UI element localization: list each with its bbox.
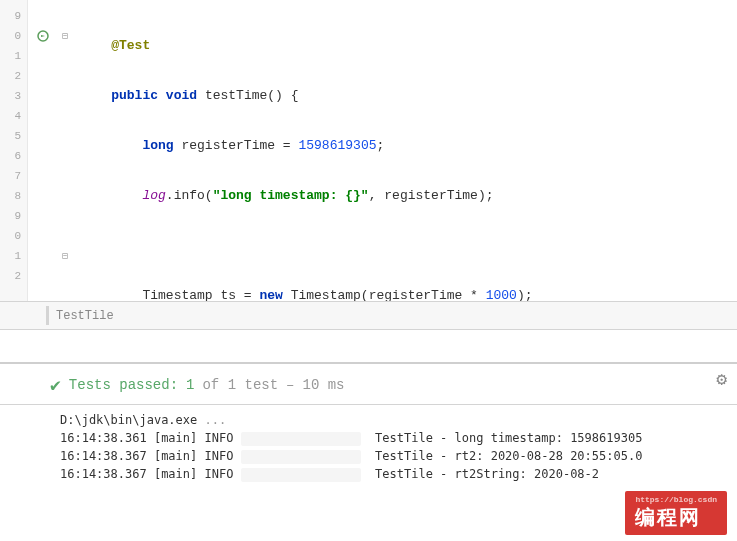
redacted-text bbox=[241, 450, 361, 464]
watermark-logo: https://blog.csdn 编程网 bbox=[625, 491, 727, 535]
code-editor: 9 0 1 2 3 4 5 6 7 8 9 0 1 2 ⊟ ⊟ @Test pu… bbox=[0, 0, 737, 302]
code-area[interactable]: @Test public void testTime() { long regi… bbox=[72, 0, 737, 301]
tests-summary: ✔ Tests passed: 1 of 1 test – 10 ms bbox=[0, 362, 737, 404]
line-numbers: 9 0 1 2 3 4 5 6 7 8 9 0 1 2 bbox=[0, 0, 28, 301]
tests-passed-label: Tests passed: bbox=[69, 377, 178, 393]
gear-icon[interactable]: ⚙ bbox=[716, 368, 727, 390]
console-output[interactable]: D:\jdk\bin\java.exe ... 16:14:38.361 [ma… bbox=[0, 404, 737, 483]
redacted-text bbox=[241, 432, 361, 446]
annotation: @Test bbox=[111, 38, 150, 53]
check-icon: ✔ bbox=[50, 374, 61, 396]
run-gutter-icon[interactable] bbox=[28, 26, 58, 46]
fold-column: ⊟ ⊟ bbox=[58, 0, 72, 301]
test-runner-panel: ⚙ ✔ Tests passed: 1 of 1 test – 10 ms D:… bbox=[0, 362, 737, 483]
redacted-text bbox=[241, 468, 361, 482]
fold-marker-icon[interactable]: ⊟ bbox=[58, 246, 72, 266]
fold-marker-icon[interactable]: ⊟ bbox=[58, 26, 72, 46]
breadcrumb[interactable]: TestTile bbox=[0, 302, 737, 330]
gutter-icons bbox=[28, 0, 58, 301]
